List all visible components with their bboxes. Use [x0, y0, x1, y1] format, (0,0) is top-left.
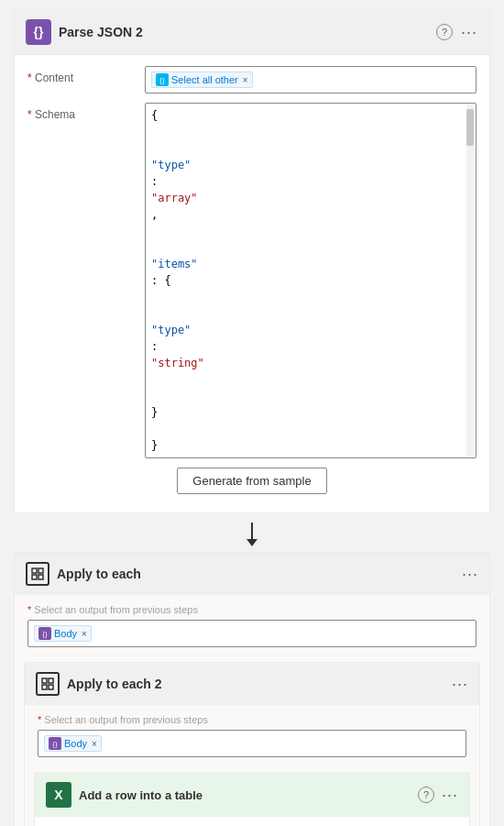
- arrow-down-1: [247, 523, 257, 546]
- svg-rect-7: [49, 685, 53, 689]
- add-row-icon: X: [46, 782, 71, 808]
- apply-each-2-body: Select an output from previous steps {} …: [25, 705, 479, 766]
- add-row-body: Location Group - REDAA ⌄ Document Librar…: [35, 817, 469, 826]
- apply-each-2-icon: [36, 672, 60, 696]
- content-tag-icon: {}: [156, 73, 169, 86]
- parse-json-actions: ? ···: [436, 23, 478, 41]
- apply-each-1-icon: [26, 562, 49, 586]
- apply-each-1-header: Apply to each ···: [15, 553, 489, 595]
- parse-json-icon: {}: [26, 19, 51, 45]
- schema-scrollbar[interactable]: [466, 105, 474, 456]
- apply-each-2-title: Apply to each 2: [67, 677, 444, 691]
- parse-json-header: {} Parse JSON 2 ? ···: [15, 10, 489, 55]
- add-row-more-button[interactable]: ···: [442, 786, 458, 805]
- svg-rect-6: [42, 685, 47, 689]
- schema-field-value[interactable]: { "type": "array", "items": { "type": "s…: [145, 103, 477, 458]
- schema-field-row: Schema { "type": "array", "items": { "ty…: [27, 103, 477, 458]
- arrow-head-1: [247, 539, 257, 546]
- arrow-line-1: [251, 523, 253, 539]
- content-label: Content: [27, 66, 137, 84]
- apply-each-1-select-label: Select an output from previous steps: [27, 604, 477, 615]
- apply-each-2-more-button[interactable]: ···: [452, 675, 468, 694]
- generate-sample-button[interactable]: Generate from sample: [177, 468, 326, 494]
- svg-rect-1: [38, 568, 43, 573]
- parse-json-title: Parse JSON 2: [59, 25, 429, 39]
- apply-each-2-container: Apply to each 2 ··· Select an output fro…: [24, 662, 480, 826]
- svg-rect-2: [32, 575, 37, 579]
- svg-rect-5: [49, 678, 53, 683]
- add-row-help-button[interactable]: ?: [418, 787, 434, 803]
- svg-rect-0: [32, 568, 37, 573]
- apply-each-2-header: Apply to each 2 ···: [25, 663, 479, 705]
- add-row-title: Add a row into a table: [79, 788, 411, 802]
- add-row-header: X Add a row into a table ? ···: [35, 773, 469, 817]
- add-row-card: X Add a row into a table ? ··· Location: [34, 772, 470, 826]
- content-field-row: Content {} Select all other ×: [27, 66, 477, 94]
- apply-each-2-card: Apply to each 2 ··· Select an output fro…: [24, 662, 480, 826]
- parse-json-card: {} Parse JSON 2 ? ··· Content {} Select …: [14, 9, 490, 513]
- parse-json-body: Content {} Select all other × Schema {: [15, 55, 489, 512]
- apply-each-1-field[interactable]: {} Body ×: [27, 620, 477, 647]
- add-row-container: X Add a row into a table ? ··· Location: [34, 772, 470, 826]
- apply-each-1-tag-icon: {}: [38, 627, 51, 640]
- apply-each-1-card: Apply to each ··· Select an output from …: [14, 552, 490, 826]
- parse-json-help-button[interactable]: ?: [436, 24, 453, 40]
- svg-rect-4: [42, 678, 47, 683]
- apply-each-2-tag-close[interactable]: ×: [92, 739, 97, 749]
- content-tag-close[interactable]: ×: [243, 75, 248, 85]
- apply-each-1-tag-label: Body: [54, 628, 77, 639]
- content-tag-label: Select all other: [171, 74, 238, 85]
- apply-each-1-title: Apply to each: [57, 567, 455, 581]
- apply-each-1-more-button[interactable]: ···: [462, 565, 478, 584]
- arrow-connector-1: [14, 517, 490, 552]
- apply-each-1-tag: {} Body ×: [34, 625, 92, 642]
- apply-each-2-tag: {} Body ×: [44, 735, 102, 752]
- apply-each-2-select-label: Select an output from previous steps: [38, 714, 466, 725]
- content-tag: {} Select all other ×: [151, 72, 253, 88]
- content-field-value[interactable]: {} Select all other ×: [145, 66, 477, 94]
- parse-json-more-button[interactable]: ···: [460, 23, 478, 41]
- apply-each-1-body: Select an output from previous steps {} …: [15, 595, 489, 656]
- schema-label: Schema: [27, 103, 137, 121]
- apply-each-2-tag-icon: {}: [49, 737, 61, 750]
- apply-each-2-tag-label: Body: [64, 738, 87, 749]
- apply-each-2-field[interactable]: {} Body ×: [38, 730, 466, 757]
- apply-each-1-tag-close[interactable]: ×: [82, 629, 87, 639]
- svg-rect-3: [38, 575, 43, 579]
